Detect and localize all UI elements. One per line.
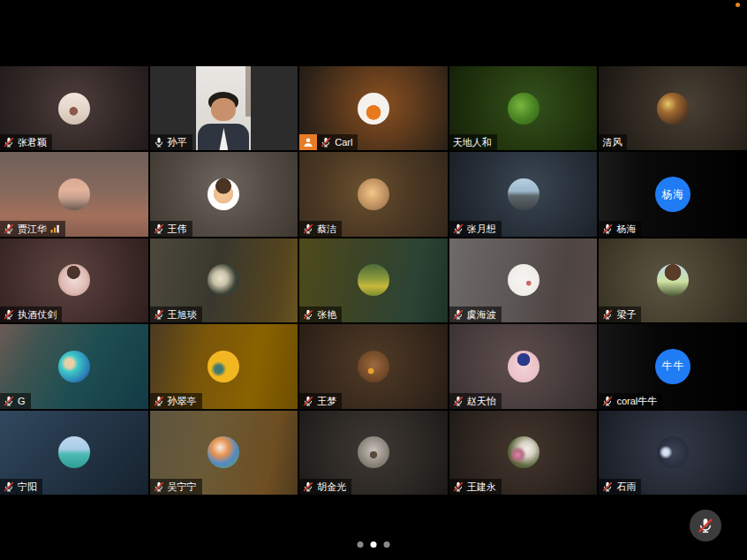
avatar (358, 178, 389, 210)
participant-label: 张艳 (299, 306, 342, 322)
participant-label: 蔡洁 (299, 221, 342, 237)
avatar (58, 351, 90, 382)
mic-muted-icon (453, 396, 464, 406)
participant-label: 王伟 (150, 221, 192, 237)
participant-name: 虞海波 (467, 306, 496, 322)
participant-tile[interactable]: 王建永 (449, 411, 598, 495)
avatar (208, 436, 239, 468)
notification-dot (736, 3, 740, 7)
mic-muted-icon (4, 309, 14, 320)
participant-tile[interactable]: 清风 (599, 66, 747, 150)
participant-tile[interactable]: 宁阳 (0, 411, 148, 495)
mic-muted-icon (453, 481, 464, 492)
participant-name: 执酒仗剑 (18, 306, 57, 322)
name-bar: 赵天怡 (449, 393, 502, 409)
participant-name: 王梦 (317, 393, 336, 409)
participant-label: 贾江华 (0, 221, 65, 237)
avatar (208, 178, 239, 210)
participant-name: 吴宁宁 (168, 479, 197, 495)
pagination-dot[interactable] (371, 541, 377, 548)
avatar (208, 264, 239, 296)
participant-tile[interactable]: 赵天怡 (449, 324, 598, 408)
participant-tile[interactable]: 杨海杨海 (599, 152, 747, 236)
name-bar: Carl (299, 134, 358, 150)
participant-tile[interactable]: 孙翠亭 (150, 324, 298, 408)
bookshelf (245, 66, 251, 117)
participant-tile[interactable]: 王旭琰 (150, 238, 298, 322)
user-badge (299, 134, 317, 150)
name-bar: 执酒仗剑 (0, 306, 62, 322)
participant-label: 张月想 (449, 221, 502, 237)
participant-tile[interactable]: 天地人和 (449, 66, 598, 150)
participant-tile[interactable]: 虞海波 (449, 238, 598, 322)
avatar (358, 436, 389, 468)
participant-name: 蔡洁 (317, 221, 336, 237)
mic-muted-icon (4, 137, 14, 148)
pagination-dot[interactable] (384, 541, 390, 548)
mic-toggle-button[interactable] (690, 510, 721, 541)
network-signal-icon (50, 224, 60, 233)
participant-name: G (18, 393, 26, 409)
pagination-dot[interactable] (358, 541, 364, 548)
participant-name: 孙平 (168, 134, 187, 150)
participant-label: 杨海 (599, 221, 641, 237)
participant-tile[interactable]: 石雨 (599, 411, 747, 495)
avatar (508, 351, 540, 382)
name-bar: G (0, 393, 31, 409)
avatar (508, 436, 540, 468)
avatar: 杨海 (655, 177, 690, 212)
participant-grid: 张君颖孙平Carl天地人和清风贾江华王伟蔡洁张月想杨海杨海执酒仗剑王旭琰张艳虞海… (0, 66, 747, 495)
name-bar: 虞海波 (449, 306, 502, 322)
mic-muted-icon (453, 223, 464, 234)
participant-name: 张月想 (467, 221, 496, 237)
avatar (208, 351, 239, 382)
participant-tile[interactable]: 张月想 (449, 152, 598, 236)
user-badge-icon (303, 137, 313, 148)
participant-label: 吴宁宁 (150, 479, 202, 495)
participant-tile[interactable]: 牛牛coral牛牛 (599, 324, 747, 408)
mic-muted-icon (154, 309, 164, 320)
participant-label: 张君颖 (0, 134, 52, 150)
participant-name: 梁子 (616, 306, 636, 322)
participant-name: 贾江华 (18, 221, 47, 237)
avatar (508, 264, 540, 296)
participant-name: 天地人和 (453, 134, 492, 150)
mic-muted-icon (602, 223, 613, 234)
participant-tile[interactable]: G (0, 324, 148, 408)
name-bar: 石雨 (599, 479, 641, 495)
participant-tile[interactable]: 蔡洁 (299, 152, 448, 236)
participant-tile[interactable]: Carl (299, 66, 448, 150)
participant-name: 张君颖 (18, 134, 47, 150)
participant-label: 王建永 (449, 479, 502, 495)
participant-label: 孙平 (150, 134, 192, 150)
participant-label: 清风 (599, 134, 627, 150)
participant-label: Carl (317, 134, 358, 150)
participant-tile[interactable]: 执酒仗剑 (0, 238, 148, 322)
name-bar: 王旭琰 (150, 306, 202, 322)
participant-tile[interactable]: 张君颖 (0, 66, 148, 150)
avatar (657, 264, 689, 296)
avatar (358, 93, 389, 125)
participant-tile[interactable]: 王伟 (150, 152, 298, 236)
participant-tile[interactable]: 张艳 (299, 238, 448, 322)
participant-label: 宁阳 (0, 479, 42, 495)
name-bar: 宁阳 (0, 479, 42, 495)
mic-muted-icon (303, 481, 313, 492)
participant-tile[interactable]: 梁子 (599, 238, 747, 322)
participant-tile[interactable]: 胡金光 (299, 411, 448, 495)
participant-label: 梁子 (599, 306, 641, 322)
participant-name: 石雨 (616, 479, 636, 495)
participant-name: 王建永 (467, 479, 496, 495)
participant-tile[interactable]: 贾江华 (0, 152, 148, 236)
participant-name: 孙翠亭 (168, 393, 197, 409)
participant-tile[interactable]: 吴宁宁 (150, 411, 298, 495)
mic-muted-icon (303, 396, 313, 406)
avatar (508, 178, 540, 210)
participant-tile[interactable]: 王梦 (299, 324, 448, 408)
mic-muted-icon (321, 137, 331, 148)
pagination (358, 541, 390, 548)
name-bar: 张君颖 (0, 134, 52, 150)
name-bar: 孙翠亭 (150, 393, 202, 409)
participant-name: 赵天怡 (467, 393, 496, 409)
participant-tile[interactable]: 孙平 (150, 66, 298, 150)
